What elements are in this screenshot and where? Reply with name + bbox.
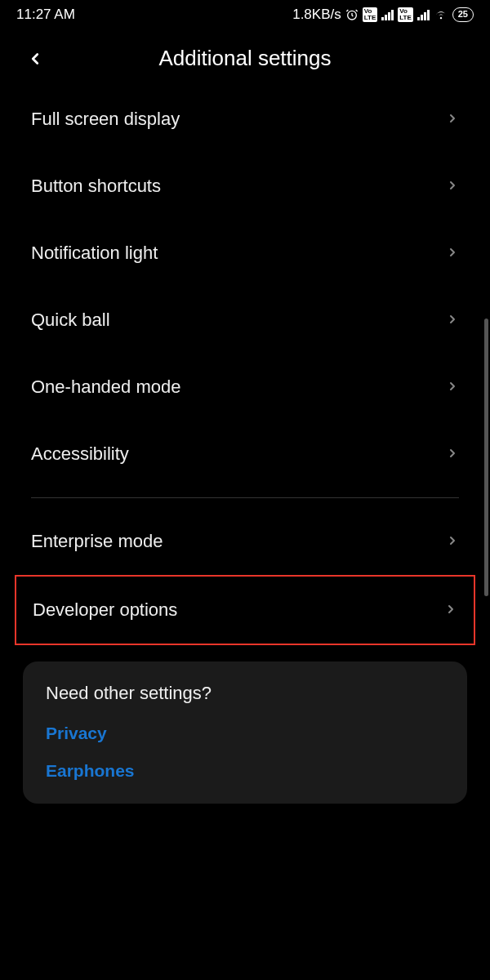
setting-button-shortcuts[interactable]: Button shortcuts	[0, 153, 490, 220]
setting-label: Full screen display	[31, 109, 180, 130]
scrollbar[interactable]	[484, 318, 488, 596]
setting-label: Accessibility	[31, 443, 129, 465]
suggestion-link-earphones[interactable]: Earphones	[46, 761, 444, 781]
wifi-icon	[434, 8, 448, 21]
setting-developer-options[interactable]: Developer options	[15, 575, 475, 645]
chevron-right-icon	[446, 443, 459, 465]
lte-sim2-icon: VoLTE	[398, 7, 413, 22]
divider	[31, 497, 459, 498]
chevron-right-icon	[446, 109, 459, 130]
chevron-right-icon	[446, 376, 459, 398]
setting-accessibility[interactable]: Accessibility	[0, 421, 490, 488]
setting-notification-light[interactable]: Notification light	[0, 220, 490, 287]
setting-label: Notification light	[31, 243, 158, 264]
suggestion-box: Need other settings? Privacy Earphones	[23, 662, 467, 804]
lte-sim1-icon: VoLTE	[363, 7, 378, 22]
setting-label: Button shortcuts	[31, 176, 161, 197]
status-time: 11:27 AM	[16, 7, 75, 23]
chevron-right-icon	[446, 310, 459, 331]
chevron-right-icon	[446, 176, 459, 197]
setting-label: One-handed mode	[31, 376, 180, 398]
setting-one-handed-mode[interactable]: One-handed mode	[0, 354, 490, 421]
suggestion-link-privacy[interactable]: Privacy	[46, 724, 444, 743]
signal-sim1-icon	[381, 9, 394, 20]
battery-indicator: 25	[452, 7, 474, 21]
back-button[interactable]	[26, 50, 44, 68]
setting-full-screen-display[interactable]: Full screen display	[0, 86, 490, 153]
chevron-right-icon	[444, 599, 457, 621]
setting-label: Quick ball	[31, 310, 110, 331]
status-bar: 11:27 AM 1.8KB/s VoLTE VoLTE 25	[0, 0, 490, 26]
suggestion-title: Need other settings?	[46, 683, 444, 704]
setting-label: Developer options	[33, 599, 177, 621]
status-data-rate: 1.8KB/s	[292, 7, 341, 23]
setting-enterprise-mode[interactable]: Enterprise mode	[0, 508, 490, 575]
alarm-icon	[345, 8, 359, 21]
header: Additional settings	[0, 26, 490, 86]
setting-label: Enterprise mode	[31, 531, 163, 552]
setting-quick-ball[interactable]: Quick ball	[0, 287, 490, 354]
settings-list: Full screen display Button shortcuts Not…	[0, 86, 490, 804]
chevron-right-icon	[446, 531, 459, 552]
signal-sim2-icon	[417, 9, 430, 20]
chevron-right-icon	[446, 243, 459, 264]
page-title: Additional settings	[16, 46, 474, 71]
